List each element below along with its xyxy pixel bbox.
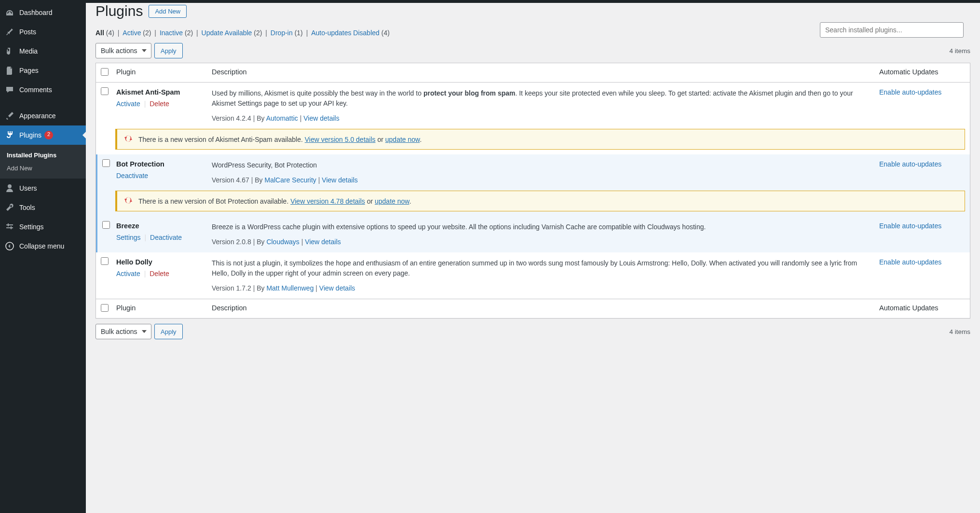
sidebar-item-settings[interactable]: Settings xyxy=(0,217,86,236)
update-icon xyxy=(124,134,133,144)
row-actions: Settings | Deactivate xyxy=(116,234,202,241)
sidebar-item-appearance[interactable]: Appearance xyxy=(0,106,86,125)
bulk-actions-select-bottom[interactable]: Bulk actions xyxy=(95,324,151,339)
plugins-table: Plugin Description Automatic Updates Aki… xyxy=(95,63,970,319)
bulk-actions-select[interactable]: Bulk actions xyxy=(95,43,151,58)
sidebar-item-collapse-menu[interactable]: Collapse menu xyxy=(0,236,86,256)
update-now-link[interactable]: update now xyxy=(375,197,409,205)
enable-auto-updates-link[interactable]: Enable auto-updates xyxy=(879,258,941,266)
view-version-link[interactable]: View version 5.0 details xyxy=(305,136,376,143)
view-version-link[interactable]: View version 4.78 details xyxy=(290,197,365,205)
settings-link[interactable]: Settings xyxy=(116,234,141,241)
brush-icon xyxy=(5,111,14,121)
items-count: 4 items xyxy=(949,47,970,55)
submenu-item-add-new[interactable]: Add New xyxy=(0,162,86,175)
sidebar-item-dashboard[interactable]: Dashboard xyxy=(0,3,86,22)
update-icon xyxy=(124,196,133,206)
row-actions: Activate | Delete xyxy=(116,100,202,108)
apply-button-bottom[interactable]: Apply xyxy=(154,324,183,339)
plugin-name: Bot Protection xyxy=(116,160,202,168)
deactivate-link[interactable]: Deactivate xyxy=(150,234,182,241)
plugin-meta: Version 1.7.2 | By Matt Mullenweg | View… xyxy=(212,284,870,292)
enable-auto-updates-link[interactable]: Enable auto-updates xyxy=(879,222,941,230)
delete-link[interactable]: Delete xyxy=(150,100,169,108)
table-row: Akismet Anti-Spam Activate | Delete Used… xyxy=(96,83,970,129)
sidebar-item-users[interactable]: Users xyxy=(0,179,86,198)
update-now-link[interactable]: update now xyxy=(385,136,420,143)
sidebar-item-label: Media xyxy=(19,47,38,55)
plugin-meta: Version 4.2.4 | By Automattic | View det… xyxy=(212,114,870,122)
enable-auto-updates-link[interactable]: Enable auto-updates xyxy=(879,160,941,168)
row-actions: Deactivate xyxy=(116,172,202,180)
plugin-description: Used by millions, Akismet is quite possi… xyxy=(212,88,870,109)
search-box xyxy=(820,22,964,38)
view-details-link[interactable]: View details xyxy=(303,114,339,122)
plugin-meta: Version 2.0.8 | By Cloudways | View deta… xyxy=(212,238,870,246)
row-checkbox[interactable] xyxy=(102,159,110,167)
delete-link[interactable]: Delete xyxy=(150,270,169,277)
select-all-bottom[interactable] xyxy=(101,304,109,312)
row-checkbox[interactable] xyxy=(102,221,110,229)
search-input[interactable] xyxy=(820,22,964,38)
sidebar-item-pages[interactable]: Pages xyxy=(0,61,86,80)
row-actions: Activate | Delete xyxy=(116,270,202,277)
sidebar-item-label: Settings xyxy=(19,223,44,231)
sidebar-item-comments[interactable]: Comments xyxy=(0,80,86,99)
items-count-bottom: 4 items xyxy=(949,328,970,335)
main-content: Plugins Add New All (4) | Active (2) | I… xyxy=(86,3,980,513)
select-all-top[interactable] xyxy=(101,68,109,76)
row-checkbox[interactable] xyxy=(101,87,109,95)
author-link[interactable]: Automattic xyxy=(266,114,298,122)
plug-icon xyxy=(5,130,14,140)
filter-auto-updates-disabled[interactable]: Auto-updates Disabled xyxy=(311,29,380,37)
author-link[interactable]: Cloudways xyxy=(266,238,299,246)
sidebar-item-plugins[interactable]: Plugins2 xyxy=(0,125,86,145)
view-details-link[interactable]: View details xyxy=(322,176,357,184)
author-link[interactable]: Matt Mullenweg xyxy=(266,284,313,292)
update-message: There is a new version of Akismet Anti-S… xyxy=(115,129,965,150)
row-checkbox[interactable] xyxy=(101,257,109,265)
filter-inactive[interactable]: Inactive xyxy=(160,29,183,37)
sidebar-item-label: Tools xyxy=(19,204,35,211)
author-link[interactable]: MalCare Security xyxy=(265,176,316,184)
apply-button[interactable]: Apply xyxy=(154,43,183,58)
admin-sidebar: DashboardPostsMediaPagesCommentsAppearan… xyxy=(0,3,86,513)
submenu-item-installed-plugins[interactable]: Installed Plugins xyxy=(0,149,86,162)
plugin-name: Hello Dolly xyxy=(116,258,202,266)
deactivate-link[interactable]: Deactivate xyxy=(116,172,148,180)
activate-link[interactable]: Activate xyxy=(116,270,140,277)
pin-icon xyxy=(5,27,14,37)
update-notice-row: There is a new version of Bot Protection… xyxy=(96,191,970,216)
sidebar-item-label: Dashboard xyxy=(19,9,53,16)
sidebar-item-posts[interactable]: Posts xyxy=(0,22,86,42)
col-description-foot: Description xyxy=(207,299,874,318)
sidebar-item-label: Plugins xyxy=(19,131,41,139)
plugin-name: Breeze xyxy=(116,222,202,230)
enable-auto-updates-link[interactable]: Enable auto-updates xyxy=(879,88,941,96)
update-badge: 2 xyxy=(44,131,53,139)
media-icon xyxy=(5,46,14,56)
col-plugin-foot: Plugin xyxy=(111,299,207,318)
table-row: Bot Protection Deactivate WordPress Secu… xyxy=(96,154,970,191)
sidebar-item-label: Users xyxy=(19,184,37,192)
add-new-button[interactable]: Add New xyxy=(149,5,187,18)
sidebar-submenu: Installed PluginsAdd New xyxy=(0,145,86,179)
plugin-meta: Version 4.67 | By MalCare Security | Vie… xyxy=(212,176,870,184)
view-details-link[interactable]: View details xyxy=(319,284,355,292)
filter-drop-in[interactable]: Drop-in xyxy=(271,29,293,37)
filter-update-available[interactable]: Update Available xyxy=(202,29,252,37)
sidebar-item-tools[interactable]: Tools xyxy=(0,198,86,217)
sidebar-item-label: Comments xyxy=(19,86,52,94)
col-description: Description xyxy=(207,63,874,83)
table-row: Breeze Settings | Deactivate Breeze is a… xyxy=(96,216,970,252)
filter-active[interactable]: Active xyxy=(122,29,141,37)
plugin-name: Akismet Anti-Spam xyxy=(116,88,202,96)
activate-link[interactable]: Activate xyxy=(116,100,140,108)
sidebar-item-label: Posts xyxy=(19,28,36,36)
update-message: There is a new version of Bot Protection… xyxy=(115,191,965,211)
plugin-description: WordPress Security, Bot Protection xyxy=(212,160,870,170)
update-notice-row: There is a new version of Akismet Anti-S… xyxy=(96,129,970,154)
view-details-link[interactable]: View details xyxy=(305,238,340,246)
filter-all[interactable]: All xyxy=(95,29,104,37)
sidebar-item-media[interactable]: Media xyxy=(0,42,86,61)
